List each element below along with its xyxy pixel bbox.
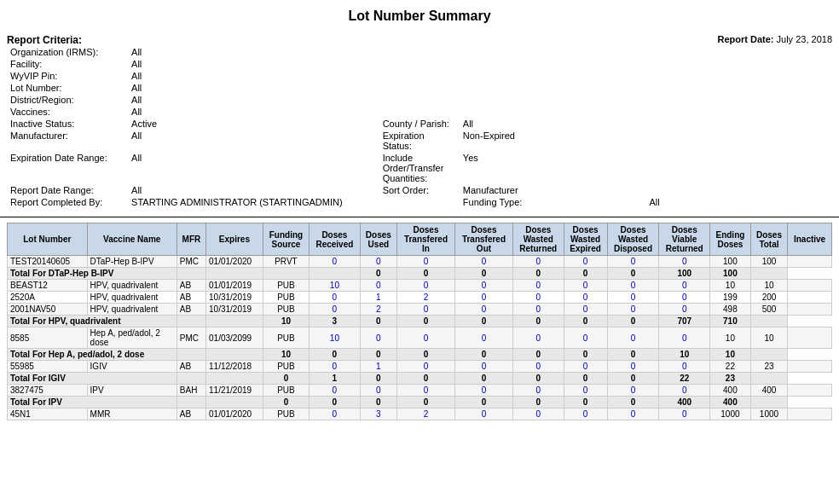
- doses-wasted-ret: 0: [512, 256, 564, 268]
- ending-doses: 1000: [710, 408, 751, 420]
- doses-total: 500: [750, 304, 787, 316]
- criteria-table: Organization (IRMS): All Facility: All W…: [7, 46, 832, 208]
- doses-used: 1: [360, 292, 396, 304]
- funding-source: PUB: [263, 292, 309, 304]
- doses-wasted-disp: 0: [607, 361, 659, 373]
- table-row: 8585 Hep A, ped/adol, 2 dose PMC 01/03/2…: [8, 327, 832, 349]
- doses-wasted-ret: 0: [512, 327, 564, 349]
- doses-total: 23: [750, 361, 787, 373]
- doses-used: 0: [360, 280, 396, 292]
- total-row: Total For IPV 0 0 0 0 0 0 0 0 400 400: [8, 397, 832, 408]
- table-row: 2520A HPV, quadrivalent AB 10/31/2019 PU…: [8, 292, 832, 304]
- doses-wasted-disp: 0: [607, 327, 659, 349]
- doses-viable-ret: 0: [659, 385, 710, 397]
- ending-doses: 498: [710, 304, 751, 316]
- doses-wasted-exp: 0: [564, 256, 607, 268]
- inactive: [788, 408, 832, 420]
- funding-source: PUB: [263, 361, 309, 373]
- inactive: [788, 280, 832, 292]
- total-label: Total For HPV, quadrivalent: [8, 316, 177, 327]
- mfr: AB: [176, 292, 205, 304]
- doses-received: 10: [310, 280, 361, 292]
- doses-total: 400: [750, 385, 787, 397]
- total-row: Total For HPV, quadrivalent 10 3 0 0 0 0…: [8, 316, 832, 327]
- vaccine-name: IGIV: [87, 361, 176, 373]
- doses-total: 100: [750, 256, 787, 268]
- lot-number: TEST20140605: [8, 256, 88, 268]
- doses-wasted-ret: 0: [512, 361, 564, 373]
- doses-wasted-exp: 0: [564, 361, 607, 373]
- mfr: AB: [176, 408, 205, 420]
- doses-wasted-disp: 0: [607, 304, 659, 316]
- col-header-total: Doses Total: [750, 223, 787, 256]
- doses-trans-out: 0: [454, 304, 512, 316]
- mfr: AB: [176, 361, 205, 373]
- funding-source: PUB: [263, 327, 309, 349]
- doses-trans-in: 0: [396, 385, 454, 397]
- doses-trans-out: 0: [454, 408, 512, 420]
- ending-doses: 22: [710, 361, 751, 373]
- inactive: [788, 304, 832, 316]
- data-table-wrapper: Lot Number Vaccine Name MFR Expires Fund…: [0, 223, 839, 420]
- vaccine-name: HPV, quadrivalent: [87, 304, 176, 316]
- ending-doses: 199: [710, 292, 751, 304]
- doses-trans-out: 0: [454, 292, 512, 304]
- total-label: Total For DTaP-Hep B-IPV: [8, 268, 177, 280]
- doses-wasted-ret: 0: [512, 280, 564, 292]
- ending-doses: 10: [710, 280, 751, 292]
- ending-doses: 400: [710, 385, 751, 397]
- doses-trans-out: 0: [454, 280, 512, 292]
- col-header-inactive: Inactive: [788, 223, 832, 256]
- doses-wasted-disp: 0: [607, 408, 659, 420]
- col-header-wasted-disp: Doses Wasted Disposed: [607, 223, 659, 256]
- doses-trans-out: 0: [454, 385, 512, 397]
- ending-doses: 10: [710, 327, 751, 349]
- doses-wasted-ret: 0: [512, 385, 564, 397]
- expires: 01/01/2019: [206, 280, 263, 292]
- col-header-mfr: MFR: [176, 223, 205, 256]
- expires: 01/01/2020: [206, 408, 263, 420]
- ending-doses: 100: [710, 256, 751, 268]
- funding-source: PUB: [263, 304, 309, 316]
- col-header-used: Doses Used: [360, 223, 396, 256]
- total-label: Total For Hep A, ped/adol, 2 dose: [8, 349, 177, 361]
- report-date: Report Date: July 23, 2018: [717, 34, 832, 44]
- doses-wasted-exp: 0: [564, 280, 607, 292]
- doses-viable-ret: 0: [659, 256, 710, 268]
- doses-viable-ret: 0: [659, 327, 710, 349]
- vaccine-name: HPV, quadrivalent: [87, 280, 176, 292]
- doses-received: 0: [310, 256, 361, 268]
- lot-number: 55985: [8, 361, 88, 373]
- doses-viable-ret: 0: [659, 304, 710, 316]
- doses-used: 1: [360, 361, 396, 373]
- mfr: AB: [176, 280, 205, 292]
- col-header-received: Doses Received: [310, 223, 361, 256]
- doses-trans-in: 2: [396, 292, 454, 304]
- doses-total: 200: [750, 292, 787, 304]
- funding-source: PRVT: [263, 256, 309, 268]
- doses-used: 0: [360, 327, 396, 349]
- table-row: 55985 IGIV AB 11/12/2018 PUB 0 1 0 0 0 0…: [8, 361, 832, 373]
- lot-number: BEAST12: [8, 280, 88, 292]
- funding-source: PUB: [263, 385, 309, 397]
- doses-wasted-exp: 0: [564, 408, 607, 420]
- doses-used: 0: [360, 385, 396, 397]
- inactive: [788, 292, 832, 304]
- total-row: Total For DTaP-Hep B-IPV 0 0 0 0 0 0 100…: [8, 268, 832, 280]
- doses-received: 0: [310, 292, 361, 304]
- col-header-ending: Ending Doses: [710, 223, 751, 256]
- col-header-trans-in: Doses Transfered In: [396, 223, 454, 256]
- expires: 11/12/2018: [206, 361, 263, 373]
- inactive: [788, 327, 832, 349]
- doses-wasted-disp: 0: [607, 256, 659, 268]
- table-row: TEST20140605 DTaP-Hep B-IPV PMC 01/01/20…: [8, 256, 832, 268]
- total-row: Total For Hep A, ped/adol, 2 dose 10 0 0…: [8, 349, 832, 361]
- doses-wasted-disp: 0: [607, 385, 659, 397]
- expires: 01/03/2099: [206, 327, 263, 349]
- doses-trans-in: 0: [396, 304, 454, 316]
- table-row: BEAST12 HPV, quadrivalent AB 01/01/2019 …: [8, 280, 832, 292]
- doses-trans-out: 0: [454, 327, 512, 349]
- doses-received: 10: [310, 327, 361, 349]
- table-row: 3827475 IPV BAH 11/21/2019 PUB 0 0 0 0 0…: [8, 385, 832, 397]
- doses-received: 0: [310, 385, 361, 397]
